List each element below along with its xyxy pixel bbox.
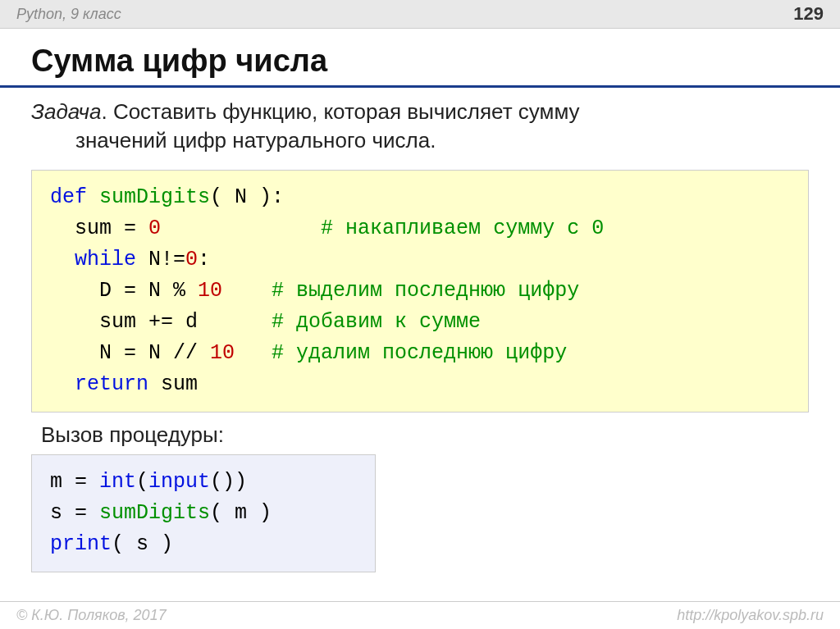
code-text: sum <box>50 217 112 240</box>
code-comment: # удалим последнюю цифру <box>272 341 567 365</box>
slide-footer: © К.Ю. Поляков, 2017 http://kpolyakov.sp… <box>0 601 840 629</box>
kw-return: return <box>50 372 148 396</box>
code-text: N // <box>148 341 210 365</box>
code-text: s <box>50 501 62 525</box>
code-comment: # выделим последнюю цифру <box>272 279 579 303</box>
fn-print: print <box>50 532 112 556</box>
kw-def: def <box>50 185 87 209</box>
header-left: Python, 9 класс <box>16 6 121 23</box>
code-num: 0 <box>185 248 198 271</box>
code-text: N!= <box>136 248 185 271</box>
footer-right: http://kpolyakov.spb.ru <box>677 607 824 624</box>
slide-header: Python, 9 класс 129 <box>0 0 840 29</box>
code-block-call: m = int(input()) s = sumDigits( m ) prin… <box>31 454 376 572</box>
code-text: sum <box>148 372 198 396</box>
task-label: Задача <box>31 99 101 124</box>
code-text: N % <box>148 279 198 303</box>
code-text: : <box>198 248 210 271</box>
code-text: ( <box>136 470 148 494</box>
code-text: ()) <box>210 470 247 494</box>
code-num: 0 <box>148 217 161 240</box>
code-text: = <box>62 501 99 525</box>
code-text: = <box>112 217 148 240</box>
fn-int: int <box>99 470 136 494</box>
task-line2: значений цифр натурального числа. <box>31 126 809 155</box>
subheading: Вызов процедуры: <box>0 419 840 448</box>
code-pad <box>222 279 272 303</box>
code-comment: # добавим к сумме <box>272 310 481 334</box>
code-pad <box>235 341 272 365</box>
code-num: 10 <box>198 279 222 303</box>
code-text: sum += d <box>50 310 272 334</box>
code-text: D <box>50 279 112 303</box>
code-pad <box>161 217 321 240</box>
fn-call: sumDigits <box>99 501 210 525</box>
code-text: ( s ) <box>112 532 173 556</box>
code-comment: # накапливаем сумму с 0 <box>321 217 604 240</box>
fn-name: sumDigits <box>87 185 210 209</box>
task-line1: . Составить функцию, которая вычисляет с… <box>101 99 579 124</box>
page-title: Сумма цифр числа <box>0 29 840 88</box>
code-text: N <box>50 341 112 365</box>
code-text: m <box>50 470 62 494</box>
code-num: 10 <box>210 341 235 365</box>
task-text: Задача. Составить функцию, которая вычис… <box>0 88 840 163</box>
fn-input: input <box>148 470 210 494</box>
page-number: 129 <box>793 3 824 25</box>
code-text: = <box>112 279 148 303</box>
kw-while: while <box>50 248 136 271</box>
code-text: ( m ) <box>210 501 272 525</box>
footer-left: © К.Ю. Поляков, 2017 <box>16 607 167 624</box>
code-block-main: def sumDigits( N ): sum = 0 # накапливае… <box>31 170 809 412</box>
code-text: = <box>112 341 148 365</box>
code-text: ( N ): <box>210 185 284 209</box>
code-text: = <box>62 470 99 494</box>
